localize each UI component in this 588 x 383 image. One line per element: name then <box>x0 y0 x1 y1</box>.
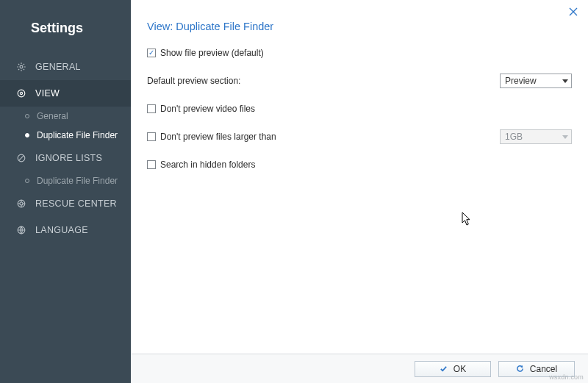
check-icon <box>440 365 448 373</box>
svg-point-1 <box>18 90 25 97</box>
label-no-large: Don't preview files larger than <box>160 132 276 142</box>
subitem-label: General <box>37 111 68 121</box>
nav-label: IGNORE LISTS <box>35 153 102 163</box>
svg-point-5 <box>20 202 23 205</box>
sidebar-item-ignore-lists[interactable]: IGNORE LISTS <box>0 145 131 171</box>
option-show-preview: Show file preview (default) <box>147 46 572 60</box>
nav-label: GENERAL <box>35 62 81 72</box>
sidebar-title: Settings <box>0 16 131 54</box>
sidebar-item-view[interactable]: VIEW <box>0 80 131 107</box>
cursor-icon <box>462 212 472 226</box>
lifebuoy-icon <box>16 198 26 209</box>
sidebar: Settings GENERAL VIEW General Duplicate … <box>0 0 131 383</box>
label-default-section: Default preview section: <box>147 76 240 86</box>
nav-label: VIEW <box>35 88 60 99</box>
cancel-button[interactable]: Cancel <box>498 361 575 377</box>
checkbox-search-hidden[interactable] <box>147 160 156 169</box>
subitem-label: Duplicate File Finder <box>37 130 118 140</box>
nav-label: RESCUE CENTER <box>35 198 117 209</box>
chevron-down-icon <box>562 79 568 83</box>
checkbox-show-preview[interactable] <box>147 49 156 57</box>
label-search-hidden: Search in hidden folders <box>160 160 255 170</box>
sidebar-item-language[interactable]: LANGUAGE <box>0 217 131 243</box>
sidebar-item-general[interactable]: GENERAL <box>0 54 131 80</box>
select-value: Preview <box>505 76 537 86</box>
select-default-section[interactable]: Preview <box>500 74 572 88</box>
nav-label: LANGUAGE <box>35 225 88 235</box>
label-show-preview: Show file preview (default) <box>160 48 264 58</box>
ok-button[interactable]: OK <box>415 361 491 377</box>
option-search-hidden: Search in hidden folders <box>147 157 572 172</box>
sidebar-item-rescue-center[interactable]: RESCUE CENTER <box>0 190 131 217</box>
subitem-label: Duplicate File Finder <box>37 176 118 186</box>
chevron-down-icon <box>562 135 568 139</box>
button-label: OK <box>453 364 466 374</box>
select-size-limit: 1GB <box>500 129 572 144</box>
sidebar-subitem-view-duplicate[interactable]: Duplicate File Finder <box>0 126 131 145</box>
button-label: Cancel <box>530 364 557 374</box>
close-button[interactable] <box>566 4 581 19</box>
option-no-video: Don't preview video files <box>147 101 572 116</box>
target-icon <box>16 88 26 99</box>
settings-dialog: Settings GENERAL VIEW General Duplicate … <box>0 0 588 383</box>
label-no-video: Don't preview video files <box>160 104 255 114</box>
option-default-section: Default preview section: Preview <box>147 74 572 88</box>
main-panel: View: Duplicate File Finder Show file pr… <box>131 0 588 383</box>
checkbox-no-large[interactable] <box>147 132 156 141</box>
sidebar-subitem-view-general[interactable]: General <box>0 107 131 126</box>
dialog-footer: OK Cancel wsxdn.com <box>131 354 588 383</box>
checkbox-no-video[interactable] <box>147 104 156 113</box>
svg-point-0 <box>20 65 23 68</box>
globe-icon <box>16 225 26 235</box>
select-value: 1GB <box>505 132 523 142</box>
page-title: View: Duplicate File Finder <box>147 21 572 32</box>
svg-point-2 <box>20 92 22 94</box>
refresh-icon <box>516 365 524 373</box>
option-no-large: Don't preview files larger than 1GB <box>147 129 572 144</box>
sidebar-subitem-ignore-duplicate[interactable]: Duplicate File Finder <box>0 171 131 190</box>
block-icon <box>16 153 26 163</box>
gear-icon <box>16 62 26 72</box>
